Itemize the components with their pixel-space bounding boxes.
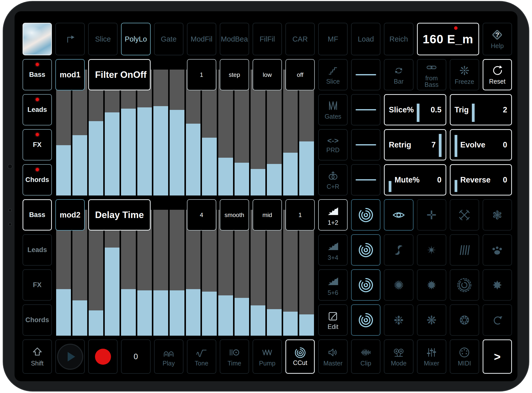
tempo-key-display[interactable]: 160 E_m <box>417 23 479 55</box>
track-button-chords-bottom[interactable]: Chords <box>23 304 52 336</box>
evolve-param[interactable]: Evolve0 <box>450 129 512 160</box>
fx-pattern-vortex-button[interactable] <box>450 269 479 301</box>
tab-modbea[interactable]: ModBea <box>220 23 249 55</box>
step-bar[interactable] <box>170 210 184 336</box>
gates-mode-button[interactable]: Gates <box>318 94 348 125</box>
track-button-bass-bottom[interactable]: Bass <box>23 199 52 231</box>
bar-loop-button[interactable]: Bar <box>384 59 413 90</box>
edit-button[interactable]: Edit <box>318 304 348 336</box>
mod-amount-slider-2[interactable] <box>351 94 380 125</box>
record-button[interactable] <box>88 339 118 374</box>
value-slider[interactable] <box>417 98 419 122</box>
mod2-field-2[interactable]: smooth <box>220 199 249 231</box>
track-button-chords-top[interactable]: Chords <box>23 164 52 195</box>
tab-gate[interactable]: Gate <box>154 23 183 55</box>
step-bar[interactable] <box>153 210 168 336</box>
value-slider[interactable] <box>439 133 442 157</box>
mod1-param-display[interactable]: Filter OnOff <box>88 59 150 90</box>
next-page-button[interactable]: > <box>483 339 512 374</box>
fx-pattern-hook-button[interactable] <box>483 304 512 336</box>
slice-percent-param[interactable]: Slice%0.5 <box>384 94 446 125</box>
fx-pattern-saw-button[interactable]: ❂ <box>450 304 479 336</box>
mod1-field-3[interactable]: low <box>253 59 282 90</box>
mod1-field-1[interactable]: 1 <box>187 59 216 90</box>
artwork-thumbnail[interactable] <box>23 23 52 55</box>
reset-button[interactable]: Reset <box>483 59 512 90</box>
freeze-button[interactable]: ❊Freeze <box>450 59 479 90</box>
cr-mode-button[interactable]: C+R <box>318 164 348 195</box>
tab-modfil[interactable]: ModFil <box>187 23 216 55</box>
ccut-mode-button[interactable]: CCut <box>285 339 315 374</box>
load-button[interactable]: Load <box>351 23 380 55</box>
fx-pattern-star2-button[interactable]: ✸ <box>483 269 512 301</box>
mod1-field-2[interactable]: step <box>220 59 249 90</box>
tab-filfil[interactable]: FilFil <box>253 23 282 55</box>
time-mode-button[interactable]: Time <box>220 339 249 374</box>
tab-reich[interactable]: Reich <box>384 23 413 55</box>
pump-mode-button[interactable]: Pump <box>253 339 282 374</box>
mode-button[interactable]: Mode <box>384 339 413 374</box>
mod-amount-slider-1[interactable] <box>351 59 380 90</box>
spiral-fx-button-1[interactable] <box>351 199 380 231</box>
value-slider[interactable] <box>455 133 457 157</box>
fx-pattern-burst-button[interactable]: ✺ <box>384 269 413 301</box>
track-button-fx-top[interactable]: FX <box>23 129 52 160</box>
fx-pattern-scratch-button[interactable] <box>450 234 479 266</box>
fx-pattern-paw-button[interactable] <box>483 234 512 266</box>
fx-pattern-blade-button[interactable] <box>384 234 413 266</box>
fx-pattern-shuriken-button[interactable]: ✴ <box>417 234 446 266</box>
help-button[interactable]: ?Help <box>483 23 512 55</box>
loop-counter[interactable]: 0 <box>121 339 150 374</box>
trig-param[interactable]: Trig2 <box>450 94 512 125</box>
mod-amount-slider-4[interactable] <box>351 164 380 195</box>
mixer-button[interactable]: Mixer <box>417 339 446 374</box>
pattern-pair-1-2-button[interactable]: 1+2 <box>318 199 348 231</box>
prd-mode-button[interactable]: <->PRD <box>318 129 348 160</box>
mod1-button[interactable]: mod1 <box>55 59 85 90</box>
value-slider[interactable] <box>389 168 391 192</box>
step-bar[interactable] <box>170 70 184 195</box>
mod2-field-1[interactable]: 4 <box>187 199 216 231</box>
mod2-field-3[interactable]: mid <box>253 199 282 231</box>
track-button-bass-top[interactable]: Bass <box>23 59 52 90</box>
fx-pattern-spindle-button[interactable]: ✛ <box>417 199 446 231</box>
route-button[interactable] <box>55 23 85 55</box>
mod2-field-4[interactable]: 1 <box>285 199 315 231</box>
mod-amount-slider-3[interactable] <box>351 129 380 160</box>
mod2-param-display[interactable]: Delay Time <box>88 199 150 231</box>
mod1-field-4[interactable]: off <box>285 59 315 90</box>
play-mode-button[interactable]: Play <box>154 339 183 374</box>
tab-mf[interactable]: MF <box>318 23 348 55</box>
track-button-fx-bottom[interactable]: FX <box>23 269 52 301</box>
track-button-leads-bottom[interactable]: Leads <box>23 234 52 266</box>
step-bar[interactable] <box>153 70 168 195</box>
spiral-fx-button-4[interactable] <box>351 304 380 336</box>
value-slider[interactable] <box>472 98 475 122</box>
spiral-fx-button-3[interactable] <box>351 269 380 301</box>
tab-polylo[interactable]: PolyLo <box>121 23 150 55</box>
tone-mode-button[interactable]: Tone <box>187 339 216 374</box>
midi-button[interactable]: MIDI <box>450 339 479 374</box>
value-slider[interactable] <box>455 168 457 192</box>
slice-mode-button[interactable]: Slice <box>318 59 348 90</box>
pattern-pair-3-4-button[interactable]: 3+4 <box>318 234 348 266</box>
tab-car[interactable]: CAR <box>285 23 315 55</box>
shift-button[interactable]: Shift <box>23 339 52 374</box>
tab-slice[interactable]: Slice <box>88 23 118 55</box>
spiral-fx-button-2[interactable] <box>351 234 380 266</box>
mute-percent-param[interactable]: Mute%0 <box>384 164 446 195</box>
master-button[interactable]: Master <box>318 339 348 374</box>
fx-pattern-star-button[interactable]: ✹ <box>417 269 446 301</box>
fx-pattern-fan-button[interactable]: ❃ <box>483 199 512 231</box>
play-transport-button[interactable] <box>55 339 85 374</box>
from-bass-button[interactable]: from Bass <box>417 59 446 90</box>
mod2-button[interactable]: mod2 <box>55 199 85 231</box>
fx-pattern-swords-button[interactable] <box>450 199 479 231</box>
clip-button[interactable]: Clip <box>351 339 380 374</box>
eye-fx-button[interactable] <box>384 199 413 231</box>
track-button-leads-top[interactable]: Leads <box>23 94 52 125</box>
fx-pattern-flake-button[interactable]: ❉ <box>384 304 413 336</box>
pattern-pair-5-6-button[interactable]: 5+6 <box>318 269 348 301</box>
retrig-param[interactable]: Retrig7 <box>384 129 446 160</box>
reverse-param[interactable]: Reverse0 <box>450 164 512 195</box>
